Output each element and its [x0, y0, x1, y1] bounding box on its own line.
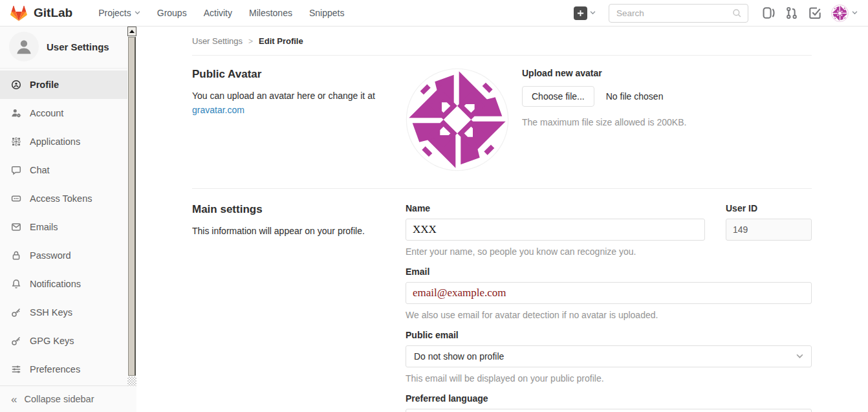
top-nav: Projects Groups Activity Milestones Snip…	[91, 3, 352, 23]
sidebar-item-label: Access Tokens	[30, 193, 92, 204]
sidebar-item-label: Chat	[30, 165, 50, 175]
name-help-text: Enter your name, so people you know can …	[406, 246, 705, 257]
applications-icon	[11, 136, 21, 147]
sidebar-item-password[interactable]: Password	[0, 241, 136, 270]
public-email-selected-value: Do not show on profile	[414, 351, 504, 362]
gpg-keys-icon	[11, 336, 21, 346]
public-email-label: Public email	[406, 330, 812, 340]
nav-groups[interactable]: Groups	[149, 3, 195, 23]
sidebar-title: User Settings	[47, 41, 109, 52]
scrollbar-track[interactable]	[127, 376, 136, 386]
top-header: GitLab Projects Groups Activity Mileston…	[0, 0, 868, 27]
user-id-input	[726, 219, 812, 241]
email-label: Email	[406, 266, 812, 277]
password-icon	[11, 250, 21, 261]
name-input[interactable]	[406, 219, 705, 241]
search-icon	[732, 8, 742, 18]
notifications-icon	[11, 279, 21, 289]
sidebar-item-gpg-keys[interactable]: GPG Keys	[0, 327, 136, 355]
profile-icon	[11, 80, 21, 90]
email-help-text: We also use email for avatar detection i…	[406, 310, 812, 320]
collapse-sidebar-label: Collapse sidebar	[24, 394, 94, 404]
sidebar-item-label: Notifications	[30, 279, 81, 289]
no-file-chosen-text: No file chosen	[606, 91, 664, 102]
account-icon	[11, 108, 21, 118]
scrollbar-thumb[interactable]	[128, 37, 136, 376]
gitlab-logo[interactable]: GitLab	[10, 5, 72, 21]
max-file-size-note: The maximum file size allowed is 200KB.	[522, 117, 812, 127]
user-settings-avatar-icon	[9, 32, 39, 61]
issues-icon[interactable]	[761, 6, 776, 20]
sidebar-item-label: Preferences	[30, 364, 80, 374]
search-box	[609, 4, 748, 23]
sidebar-item-label: Profile	[30, 80, 59, 90]
nav-activity[interactable]: Activity	[196, 3, 240, 23]
caret-down-icon	[590, 11, 596, 15]
sidebar-item-emails[interactable]: Emails	[0, 213, 136, 241]
main-content: User Settings > Edit Profile Public Avat…	[136, 27, 868, 412]
sidebar-item-ssh-keys[interactable]: SSH Keys	[0, 298, 136, 327]
header-actions	[574, 4, 858, 23]
logo-text: GitLab	[34, 6, 72, 20]
breadcrumb-user-settings[interactable]: User Settings	[192, 36, 243, 46]
name-label: Name	[406, 203, 705, 213]
gravatar-link[interactable]: gravatar.com	[192, 105, 244, 115]
ssh-keys-icon	[11, 307, 21, 318]
breadcrumb-separator: >	[248, 37, 253, 46]
emails-icon	[11, 222, 21, 232]
sidebar-item-label: Applications	[30, 136, 80, 147]
breadcrumb: User Settings > Edit Profile	[192, 27, 812, 56]
email-input[interactable]	[406, 282, 812, 304]
gitlab-tanuki-icon	[10, 5, 27, 21]
chat-icon	[11, 165, 21, 175]
nav-milestones[interactable]: Milestones	[241, 3, 300, 23]
plus-icon	[574, 6, 587, 20]
breadcrumb-current: Edit Profile	[259, 36, 303, 46]
merge-requests-icon[interactable]	[785, 6, 799, 20]
avatar-description-text: You can upload an avatar here or change …	[192, 91, 375, 101]
preferred-language-select[interactable]	[406, 409, 812, 412]
sidebar-item-label: Account	[30, 108, 63, 118]
sidebar-item-chat[interactable]: Chat	[0, 156, 136, 184]
sidebar-item-applications[interactable]: Applications	[0, 127, 136, 156]
main-settings-form: Name Enter your name, so people you know…	[406, 203, 812, 412]
chevron-down-icon	[796, 354, 803, 359]
double-chevron-left-icon: «	[11, 394, 17, 405]
public-avatar-description: You can upload an avatar here or change …	[192, 89, 381, 117]
public-avatar-heading: Public Avatar	[192, 68, 393, 81]
scrollbar-up-button[interactable]	[127, 27, 136, 36]
choose-file-button[interactable]: Choose file...	[522, 86, 594, 107]
upload-new-avatar-label: Upload new avatar	[522, 68, 812, 78]
search-input[interactable]	[615, 8, 732, 19]
sidebar-item-label: GPG Keys	[30, 336, 74, 346]
main-settings-section: Main settings This information will appe…	[192, 189, 812, 412]
preferred-language-label: Preferred language	[406, 393, 812, 404]
public-email-help-text: This email will be displayed on your pub…	[406, 373, 812, 384]
sidebar-item-profile[interactable]: Profile	[0, 70, 136, 99]
new-menu-button[interactable]	[574, 6, 596, 20]
nav-projects[interactable]: Projects	[91, 3, 148, 23]
profile-avatar-image	[406, 68, 509, 171]
sidebar-item-label: SSH Keys	[30, 307, 72, 318]
collapse-sidebar-button[interactable]: « Collapse sidebar	[0, 385, 136, 412]
sidebar-item-notifications[interactable]: Notifications	[0, 270, 136, 298]
public-avatar-section: Public Avatar You can upload an avatar h…	[192, 56, 812, 189]
sidebar-nav: Profile Account Applications	[0, 69, 136, 384]
main-settings-description: This information will appear on your pro…	[192, 224, 381, 239]
sidebar-item-preferences[interactable]: Preferences	[0, 355, 136, 384]
sidebar-item-label: Emails	[30, 222, 58, 232]
sidebar-item-label: Password	[30, 250, 71, 261]
todos-icon[interactable]	[808, 6, 822, 20]
sidebar-scrollbar[interactable]	[127, 27, 136, 386]
caret-down-icon	[852, 11, 858, 15]
settings-sidebar: User Settings Profile Account	[0, 27, 136, 412]
preferences-icon	[11, 364, 21, 374]
sidebar-item-access-tokens[interactable]: Access Tokens	[0, 184, 136, 213]
nav-snippets[interactable]: Snippets	[301, 3, 352, 23]
user-menu[interactable]	[831, 5, 858, 22]
sidebar-item-account[interactable]: Account	[0, 99, 136, 127]
public-email-select[interactable]: Do not show on profile	[406, 345, 812, 367]
file-upload-row: Choose file... No file chosen	[522, 86, 812, 107]
user-avatar	[831, 5, 849, 22]
user-id-label: User ID	[726, 203, 812, 213]
